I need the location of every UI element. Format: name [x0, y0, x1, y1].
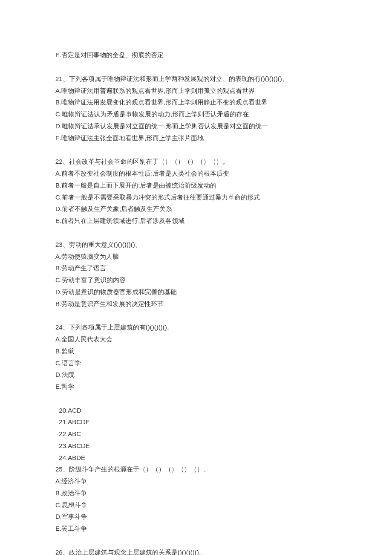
- option-a: A.全国人民代表大会: [55, 333, 337, 345]
- question-stem: 26、政治上层建筑与观念上层建筑的关系是()()()()()。: [55, 546, 337, 555]
- option-c: C.劳动丰富了意识的内容: [55, 274, 337, 286]
- option-a: A.唯物辩证法用普遍联系的观点看世界,形而上学则用孤立的观点看世界: [55, 85, 337, 97]
- question-stem: 22、社会改革与社会革命的区别在于（）（）（）（）（）。: [55, 156, 337, 168]
- option-a: A.劳动使猿脑变为人脑: [55, 251, 337, 263]
- option-c: C.思想斗争: [55, 499, 337, 511]
- option-b: B.唯物辩证法用发展变化的观点看世界,形而上学则用静止不变的观点看世界: [55, 96, 337, 108]
- question-21: 21、下列各项属于唯物辩证法和形而上学两种发展观的对立、的表现的有()()()(…: [55, 73, 337, 144]
- question-26: 26、政治上层建筑与观念上层建筑的关系是()()()()()。 A.前者是后者的…: [55, 546, 337, 555]
- question-stem: 25、阶级斗争产生的根源在于（）（）（）（）（）。: [55, 463, 337, 475]
- answer-20: 20.ACD: [59, 405, 81, 416]
- option-a: A.前者不改变社会制度的根本性质;后者是人类社会的根本质变: [55, 168, 337, 179]
- option-c: C.语言学: [55, 357, 337, 369]
- question-25: 25、阶级斗争产生的根源在于（）（）（）（）（）。 A.经济斗争 B.政治斗争 …: [55, 463, 337, 535]
- answer-23: 23.ABCDE: [59, 440, 90, 452]
- option-b: B.监狱: [55, 345, 337, 357]
- option-b: B.劳动产生了语言: [55, 262, 337, 274]
- option-e: E.罢工斗争: [55, 523, 337, 535]
- question-stem: 23、劳动的重大意义()()()()()。: [55, 239, 337, 251]
- option-b: B.政治斗争: [55, 487, 337, 499]
- answer-key-row: 20.ACD 21.ABCDE 22.ABC 23.ABCDE 24.ABDE: [55, 393, 337, 464]
- option-d: D.唯物辩证法承认发展是对立面的统一,形而上学则否认发展是对立面的统一: [55, 120, 337, 132]
- option-d: D.军事斗争: [55, 511, 337, 523]
- question-24: 24、下列各项属于上层建筑的有()()()()()。 A.全国人民代表大会 B.…: [55, 321, 337, 393]
- question-22: 22、社会改革与社会革命的区别在于（）（）（）（）（）。 A.前者不改变社会制度…: [55, 156, 337, 227]
- option-d: D.法院: [55, 369, 337, 381]
- question-stem: 24、下列各项属于上层建筑的有()()()()()。: [55, 321, 337, 333]
- option-a: A.经济斗争: [55, 475, 337, 487]
- option-e: E.唯物辩证法主张全面地看世界,形而上学主张片面地: [55, 132, 337, 144]
- option-c: C.唯物辩证法认为矛盾是事物发展的动力,形而上学则否认矛盾的存在: [55, 108, 337, 120]
- option-d: D.劳动是意识的物质器官形成和完善的基础: [55, 286, 337, 298]
- option-e: E.否定是对回事物的全盘、彻底的否定: [55, 49, 337, 61]
- option-e: B.劳动是意识产生和发展的决定性环节: [55, 298, 337, 310]
- answer-22: 22.ABC: [59, 428, 81, 440]
- option-b: B.前者一般是自上而下展开的;后者是由被统治阶级发动的: [55, 179, 337, 191]
- answer-24: 24.ABDE: [59, 452, 85, 464]
- question-23: 23、劳动的重大意义()()()()()。 A.劳动使猿脑变为人脑 B.劳动产生…: [55, 239, 337, 310]
- question-stem: 21、下列各项属于唯物辩证法和形而上学两种发展观的对立、的表现的有()()()(…: [55, 73, 337, 85]
- option-e: E.前者只在上层建筑领域进行;后者涉及各领域: [55, 215, 337, 227]
- trailing-option: E.否定是对回事物的全盘、彻底的否定: [55, 49, 337, 61]
- answer-21: 21.ABCDE: [59, 416, 90, 428]
- option-d: D.前者不触及生产关象;后者触及生产关系: [55, 203, 337, 215]
- option-c: C.前者一般是不需要采取暴力冲突的形式后者往往要通过暴力革命的形式: [55, 191, 337, 203]
- option-e: E.哲学: [55, 381, 337, 393]
